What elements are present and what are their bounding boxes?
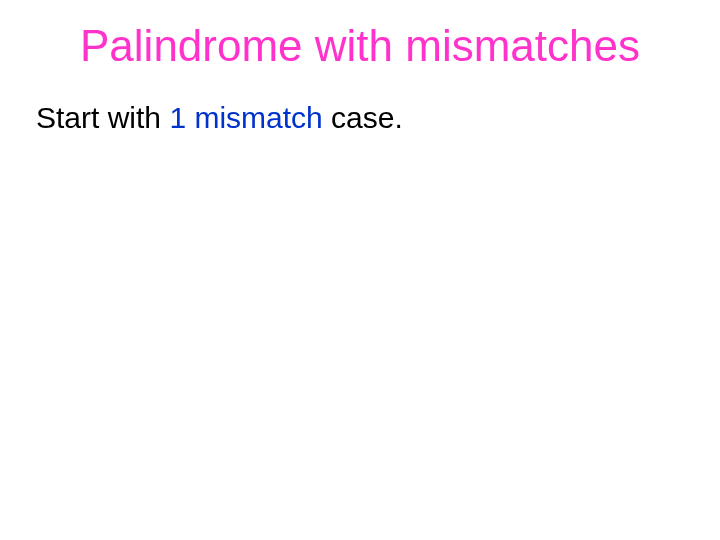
body-text-emph: 1 mismatch xyxy=(169,101,322,134)
slide-title: Palindrome with mismatches xyxy=(0,22,720,70)
body-text-post: case. xyxy=(323,101,403,134)
slide-body-line: Start with 1 mismatch case. xyxy=(36,100,403,136)
slide: Palindrome with mismatches Start with 1 … xyxy=(0,0,720,540)
body-text-pre: Start with xyxy=(36,101,169,134)
